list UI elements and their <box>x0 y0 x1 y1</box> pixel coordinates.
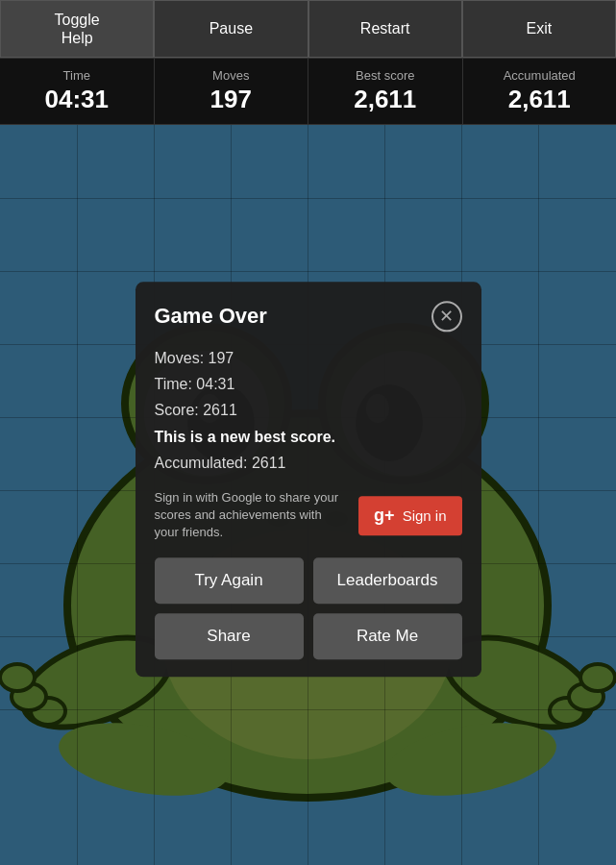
best-score-stat: Best score 2,611 <box>308 59 463 124</box>
btn-row-1: Try Again Leaderboards <box>155 557 462 604</box>
google-signin-label: Sign in <box>403 507 447 524</box>
google-signin-row: Sign in with Google to share your scores… <box>155 489 462 542</box>
score-line: Score: 2611 <box>155 398 462 424</box>
google-signin-button[interactable]: g+ Sign in <box>358 496 461 535</box>
btn-row-2: Share Rate Me <box>155 613 462 659</box>
google-signin-text: Sign in with Google to share your scores… <box>155 489 346 542</box>
moves-label: Moves <box>212 68 249 83</box>
pause-button[interactable]: Pause <box>154 0 308 58</box>
share-button[interactable]: Share <box>155 613 304 659</box>
close-button[interactable]: ✕ <box>431 301 462 332</box>
time-line: Time: 04:31 <box>155 372 462 398</box>
best-score-label: Best score <box>356 68 414 83</box>
time-value: 04:31 <box>45 85 110 114</box>
exit-button[interactable]: Exit <box>462 0 616 58</box>
stats-bar: Time 04:31 Moves 197 Best score 2,611 Ac… <box>0 58 616 125</box>
game-area: Game Over ✕ Moves: 197 Time: 04:31 Score… <box>0 125 616 865</box>
game-over-dialog: Game Over ✕ Moves: 197 Time: 04:31 Score… <box>136 282 481 677</box>
dialog-header: Game Over ✕ <box>155 301 462 332</box>
moves-value: 197 <box>210 85 252 114</box>
dialog-title: Game Over <box>155 304 267 329</box>
accumulated-stat: Accumulated 2,611 <box>463 59 617 124</box>
time-label: Time <box>63 68 90 83</box>
dialog-buttons: Try Again Leaderboards Share Rate Me <box>155 557 462 659</box>
restart-button[interactable]: Restart <box>308 0 462 58</box>
accumulated-label: Accumulated <box>504 68 576 83</box>
time-stat: Time 04:31 <box>0 59 155 124</box>
best-score-line: This is a new best score. <box>155 424 462 450</box>
accumulated-value: 2,611 <box>508 85 571 114</box>
best-score-value: 2,611 <box>354 85 416 114</box>
moves-stat: Moves 197 <box>155 59 309 124</box>
toggle-help-button[interactable]: Toggle Help <box>0 0 154 58</box>
try-again-button[interactable]: Try Again <box>155 557 304 604</box>
rate-me-button[interactable]: Rate Me <box>313 613 462 659</box>
accumulated-line: Accumulated: 2611 <box>155 450 462 476</box>
gplus-icon: g+ <box>374 506 395 526</box>
leaderboards-button[interactable]: Leaderboards <box>313 557 462 604</box>
moves-line: Moves: 197 <box>155 345 462 371</box>
dialog-stats: Moves: 197 Time: 04:31 Score: 2611 This … <box>155 345 462 476</box>
toolbar: Toggle Help Pause Restart Exit <box>0 0 616 58</box>
